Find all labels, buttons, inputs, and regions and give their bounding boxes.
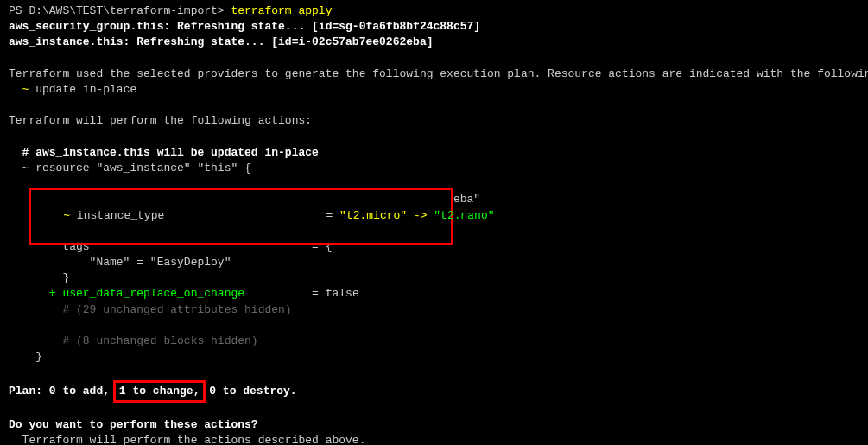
blank-line <box>9 365 859 380</box>
hidden-blocks: # (8 unchanged blocks hidden) <box>9 334 859 349</box>
resource-open: ~ resource "aws_instance" "this" { <box>9 161 859 176</box>
plan-suffix: 0 to destroy. <box>202 385 296 397</box>
prompt-line[interactable]: PS D:\AWS\TEST\terraform-import> terrafo… <box>9 4 332 17</box>
ud-val: false <box>326 287 359 300</box>
user-data-line: + user_data_replace_on_change = false <box>9 286 859 302</box>
intro-update: ~ update in-place <box>9 82 859 98</box>
blank-line <box>9 98 859 113</box>
update-label: update in-place <box>35 83 136 96</box>
intro-line: Terraform used the selected providers to… <box>9 67 859 82</box>
ud-eq: = <box>244 287 326 300</box>
plus: + <box>9 287 62 300</box>
tags-close: } <box>9 270 859 286</box>
confirm-q: Do you want to perform these actions? <box>9 417 859 433</box>
refresh-sg: aws_security_group.this: Refreshing stat… <box>9 19 859 35</box>
ud-key: user_data_replace_on_change <box>62 287 244 300</box>
update-symbol: ~ <box>9 83 35 96</box>
blank-line <box>9 402 859 417</box>
plan-line: Plan: 0 to add, 1 to change, 0 to destro… <box>9 381 859 402</box>
plan-change-highlight: 1 to change, <box>113 380 206 403</box>
command-text: terraform apply <box>231 4 332 17</box>
plan-prefix: Plan: 0 to add, <box>9 385 117 397</box>
actions-header: Terraform will perform the following act… <box>9 113 859 129</box>
blank-line <box>9 51 859 67</box>
tilde: ~ <box>63 209 77 222</box>
tags-name: "Name" = "EasyDeploy" <box>9 255 859 270</box>
resource-close: } <box>9 349 859 365</box>
hidden-attrs: # (29 unchanged attributes hidden) <box>9 302 859 318</box>
instance-type-line: ~ instance_type = "t2.micro" -> "t2.nano… <box>63 209 494 222</box>
blank-line <box>9 130 859 145</box>
it-new: "t2.nano" <box>434 209 494 222</box>
confirm-l1: Terraform will perform the actions descr… <box>9 433 859 445</box>
it-key: instance_type = <box>77 209 339 222</box>
prompt-prefix: PS D:\AWS\TEST\terraform-import> <box>9 4 231 17</box>
id-wrapper: id = "i-02c57ab7ee0262eba" ~ instance_ty… <box>9 176 859 224</box>
resource-comment: # aws_instance.this will be updated in-p… <box>9 145 859 161</box>
it-old: "t2.micro" <box>339 209 407 222</box>
refresh-instance: aws_instance.this: Refreshing state... [… <box>9 35 859 50</box>
instance-type-highlight: ~ instance_type = "t2.micro" -> "t2.nano… <box>29 188 453 245</box>
it-arrow: -> <box>407 209 434 222</box>
blank-line <box>9 318 859 334</box>
terminal-output: PS D:\AWS\TEST\terraform-import> terrafo… <box>9 3 859 19</box>
